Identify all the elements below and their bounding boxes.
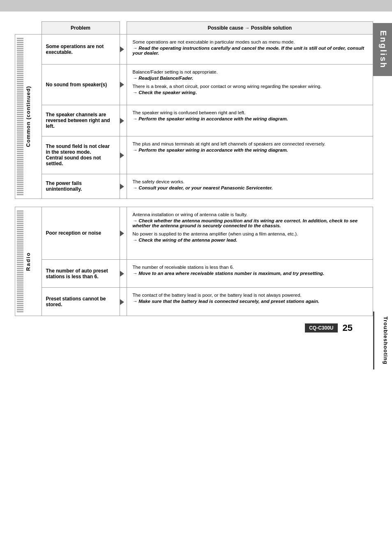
solution-header: Possible cause → Possible solution: [127, 22, 373, 35]
problem-cell-reception: Poor reception or noise: [42, 207, 120, 260]
solution-sound-2: → Check the speaker wiring.: [133, 90, 367, 95]
table-row: The speaker channels are reversed betwee…: [15, 105, 373, 136]
hatch-marks-common: [16, 36, 24, 197]
page-number: 25: [343, 323, 353, 333]
arrow-col-preset: [120, 259, 127, 288]
solution-reception-2: → Check the wiring of the antenna power …: [133, 238, 367, 242]
problem-cell-store: Preset stations cannot be stored.: [42, 288, 120, 316]
tri-arrow-preset: [120, 271, 124, 277]
solution-reception-1: → Check whether the antenna mounting pos…: [133, 218, 367, 228]
solution-soundfield: → Perform the speaker wiring in accordan…: [133, 148, 367, 152]
cause-sound-1: Balance/Fader setting is not appropriate…: [133, 69, 367, 74]
hatch-marks-radio: [16, 209, 24, 314]
troubleshooting-label: Troubleshooting: [373, 312, 392, 369]
arrow-col-ops: [120, 35, 127, 65]
tri-arrow-reception: [120, 231, 124, 236]
cause-reception-1: Antenna installation or wiring of antenn…: [133, 212, 367, 217]
tri-arrow-channels: [120, 118, 124, 124]
solution-block-reception-1: Antenna installation or wiring of antenn…: [133, 212, 367, 228]
tri-arrow-soundfield: [120, 152, 124, 158]
arrow-col-store: [120, 288, 127, 316]
problem-cell-soundfield: The sound field is not clear in the ster…: [42, 136, 120, 174]
top-bar: [0, 0, 392, 12]
problem-soundfield-text: The sound field is not clear in the ster…: [46, 143, 110, 166]
arrow-col-soundfield: [120, 136, 127, 174]
hatch-col-2: [15, 207, 25, 316]
section-label-radio: Radio: [25, 207, 42, 316]
solution-cell-sound: Balance/Fader setting is not appropriate…: [127, 64, 373, 105]
tri-arrow-ops: [120, 46, 124, 52]
cause-soundfield: The plus and minus terminals at right an…: [133, 141, 367, 146]
cause-text-ops: Some operations are not executable in pa…: [133, 39, 367, 44]
solution-block-reception-2: No power is supplied to the antenna ampl…: [133, 231, 367, 242]
cause-power: The safety device works.: [133, 179, 367, 184]
table-row: Radio Poor reception or noise Antenna in…: [15, 207, 373, 260]
problem-header: Problem: [42, 22, 120, 35]
radio-label: Radio: [25, 252, 31, 271]
problem-cell-power: The power fails unintentionally.: [42, 174, 120, 199]
section-col-header-spacer: [25, 22, 42, 35]
arrow-col-sound: [120, 64, 127, 105]
arrow-col-reception: [120, 207, 127, 260]
solution-store: → Make sure that the battery lead is con…: [133, 299, 367, 304]
tri-arrow-power: [120, 184, 124, 189]
cause-sound-2: There is a break, a short circuit, poor …: [133, 84, 367, 89]
solution-cell-preset: The number of receivable stations is les…: [127, 259, 373, 288]
table-row: Common (continued) Some operations are n…: [15, 35, 373, 65]
model-badge: CQ-C300U: [305, 323, 337, 332]
problem-cell-sound: No sound from speaker(s): [42, 64, 120, 105]
table-row: No sound from speaker(s) Balance/Fader s…: [15, 64, 373, 105]
common-continued-label: Common (continued): [25, 86, 31, 147]
solution-cell-ops: Some operations are not executable in pa…: [127, 35, 373, 65]
tri-arrow-store: [120, 299, 124, 305]
problem-cell-preset: The number of auto preset stations is le…: [42, 259, 120, 288]
hatch-col-1: [15, 35, 25, 199]
problem-cell-channels: The speaker channels are reversed betwee…: [42, 105, 120, 136]
table-row: The number of auto preset stations is le…: [15, 259, 373, 288]
solution-cell-soundfield: The plus and minus terminals at right an…: [127, 136, 373, 174]
cause-store: The contact of the battery lead is poor,…: [133, 293, 367, 298]
section-spacer-row: [15, 199, 373, 207]
solution-text-ops: → Read the operating instructions carefu…: [133, 46, 367, 55]
arrow-col-channels: [120, 105, 127, 136]
solution-power: → Consult your dealer, or your nearest P…: [133, 185, 367, 190]
arrow-col-power: [120, 174, 127, 199]
arrow-header-spacer: [120, 22, 127, 35]
solution-cell-channels: The speaker wiring is confused between r…: [127, 105, 373, 136]
table-row: Preset stations cannot be stored. The co…: [15, 288, 373, 316]
solution-sound-1: → Readjust Balance/Fader.: [133, 76, 367, 81]
tri-arrow-sound: [120, 82, 124, 88]
cause-channels: The speaker wiring is confused between r…: [133, 110, 367, 115]
solution-block-sound-1: Balance/Fader setting is not appropriate…: [133, 69, 367, 81]
solution-cell-power: The safety device works. → Consult your …: [127, 174, 373, 199]
solution-cell-reception: Antenna installation or wiring of antenn…: [127, 207, 373, 260]
table-row: The sound field is not clear in the ster…: [15, 136, 373, 174]
cause-preset: The number of receivable stations is les…: [133, 265, 367, 270]
section-label-common: Common (continued): [25, 35, 42, 199]
cause-reception-2: No power is supplied to the antenna ampl…: [133, 231, 367, 236]
problem-cell-ops: Some operations are not executable.: [42, 35, 120, 65]
table-row: The power fails unintentionally. The saf…: [15, 174, 373, 199]
english-label: English: [373, 23, 392, 76]
solution-channels: → Perform the speaker wiring in accordan…: [133, 116, 367, 121]
solution-cell-store: The contact of the battery lead is poor,…: [127, 288, 373, 316]
solution-preset: → Move to an area where receivable stati…: [133, 271, 367, 276]
solution-block-sound-2: There is a break, a short circuit, poor …: [133, 84, 367, 95]
section-label-header-spacer: [15, 22, 25, 35]
